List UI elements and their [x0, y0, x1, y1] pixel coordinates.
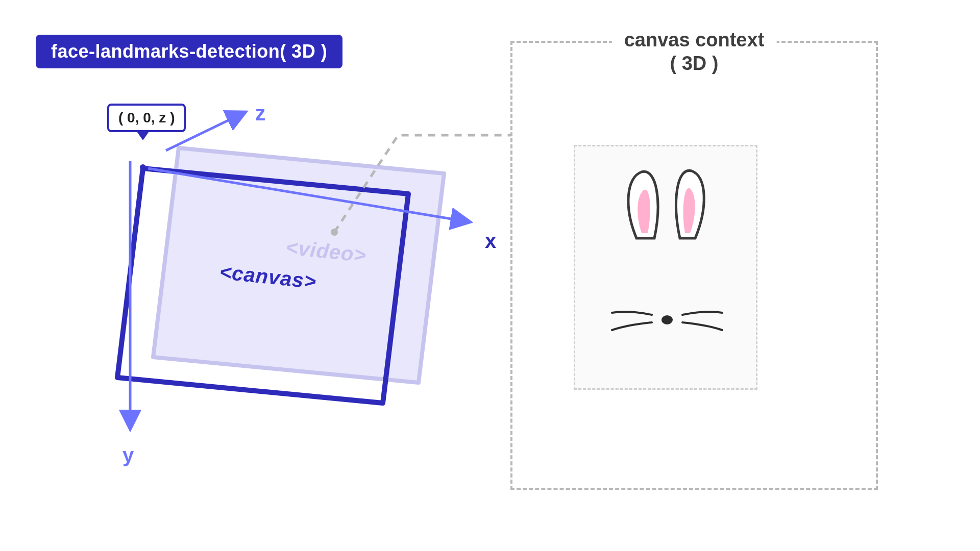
svg-point-7: [662, 315, 673, 324]
left-3d-scene: ( 0, 0, z ) x y z <video> <canvas>: [51, 102, 510, 459]
canvas-context-title: canvas context ( 3D ): [612, 29, 777, 75]
bunny-overlay-icon: [575, 146, 759, 391]
canvas-context-inner: [574, 145, 757, 390]
canvas-context-frame: canvas context ( 3D ): [510, 41, 878, 490]
axis-y-label: y: [122, 444, 134, 467]
axis-x-label: x: [485, 230, 496, 253]
canvas-context-panel: canvas context ( 3D ): [510, 41, 878, 490]
canvas-context-title-line2: ( 3D ): [624, 52, 765, 76]
title-badge: face-landmarks-detection( 3D ): [36, 35, 342, 68]
canvas-context-title-line1: canvas context: [624, 29, 765, 51]
axis-z-label: z: [255, 102, 265, 125]
origin-label: ( 0, 0, z ): [107, 104, 186, 132]
